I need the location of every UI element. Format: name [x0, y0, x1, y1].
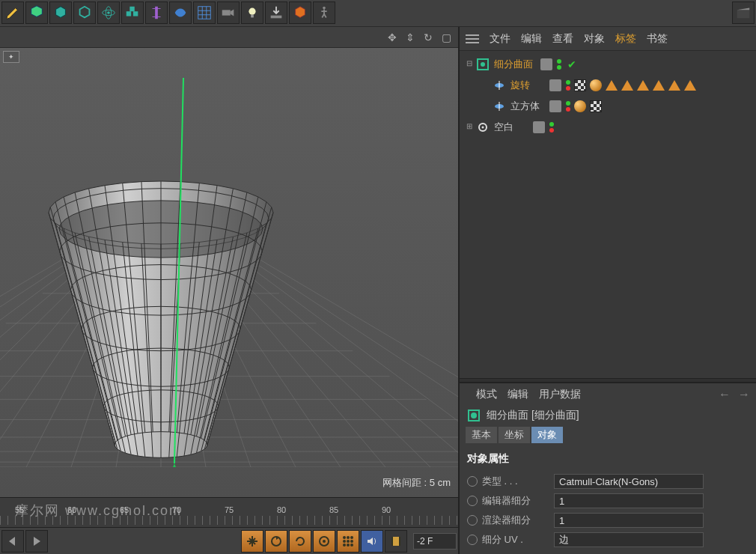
loop-icon[interactable] — [289, 530, 311, 553]
tag-tri-icon[interactable] — [684, 80, 696, 91]
om-menu-edit[interactable]: 编辑 — [521, 32, 542, 46]
tag-checker-icon[interactable] — [574, 79, 586, 91]
tree-label[interactable]: 旋转 — [507, 79, 545, 92]
tool-grid-icon[interactable] — [193, 1, 216, 24]
play-icon[interactable] — [25, 530, 48, 553]
prop-field[interactable] — [554, 474, 704, 489]
tab-coord[interactable]: 坐标 — [499, 427, 530, 443]
tree-label[interactable]: 立方体 — [507, 100, 545, 113]
tool-figure-icon[interactable] — [313, 1, 335, 24]
tool-cube-outline-icon[interactable] — [73, 1, 96, 24]
3d-viewport[interactable]: ✦ 网格间距 : 5 cm — [0, 48, 458, 497]
prop-label: 细分 UV . — [482, 533, 549, 547]
radio-icon[interactable] — [467, 496, 478, 506]
viewport-nav-bar: ✥ ⇕ ↻ ▢ — [0, 27, 458, 48]
layer-chip[interactable] — [549, 100, 561, 112]
visibility-dots[interactable] — [549, 122, 554, 133]
tool-atom-icon[interactable] — [97, 1, 120, 24]
property-row: 类型 . . . — [467, 472, 749, 491]
subdiv-icon — [467, 409, 481, 422]
rotate-tool-icon[interactable] — [265, 530, 287, 553]
prop-field[interactable] — [554, 532, 704, 547]
film-icon[interactable] — [385, 530, 407, 553]
tool-cube-orange-icon[interactable] — [289, 1, 311, 24]
prev-frame-icon[interactable] — [1, 530, 24, 553]
attr-tabs: 基本 坐标 对象 — [460, 425, 756, 445]
layer-chip[interactable] — [549, 79, 561, 91]
om-menu-tags[interactable]: 标签 — [615, 32, 636, 46]
move-tool-icon[interactable] — [241, 530, 263, 553]
nav-fwd-icon[interactable]: → — [738, 388, 750, 401]
tool-download-icon[interactable] — [265, 1, 287, 24]
om-menu-file[interactable]: 文件 — [490, 32, 510, 46]
tool-lens-icon[interactable] — [169, 1, 192, 24]
expando-icon[interactable] — [481, 80, 491, 91]
tag-tri-icon[interactable] — [637, 80, 649, 91]
om-menu-view[interactable]: 查看 — [552, 32, 573, 46]
viewport-move-icon[interactable]: ✥ — [385, 30, 400, 45]
om-menu-object[interactable]: 对象 — [584, 32, 605, 46]
svg-rect-4 — [133, 11, 138, 16]
viewport-frame-icon[interactable]: ▢ — [439, 30, 454, 45]
viewport-rotate-icon[interactable]: ↻ — [421, 30, 436, 45]
radio-icon[interactable] — [467, 535, 478, 545]
tag-tri-icon[interactable] — [606, 80, 618, 91]
visibility-dots[interactable] — [557, 59, 561, 70]
prop-field[interactable] — [554, 513, 704, 528]
prop-field[interactable] — [554, 493, 704, 508]
tag-ball-icon[interactable] — [574, 100, 586, 112]
tree-row[interactable]: ⊞空白 — [460, 117, 756, 138]
attr-menu-edit[interactable]: 编辑 — [507, 388, 528, 401]
tag-tri-icon[interactable] — [668, 80, 680, 91]
tree-label[interactable]: 空白 — [491, 121, 528, 134]
tag-tri-icon[interactable] — [653, 80, 665, 91]
layer-chip[interactable] — [533, 121, 545, 133]
camera-badge-icon[interactable]: ✦ — [3, 51, 19, 63]
svg-rect-8 — [222, 10, 231, 15]
tool-cube-teal-icon[interactable] — [49, 1, 72, 24]
attr-menu-userdata[interactable]: 用户数据 — [539, 388, 581, 401]
grid-dots-icon[interactable] — [337, 530, 359, 553]
radio-icon[interactable] — [467, 515, 478, 526]
tool-bulb-icon[interactable] — [241, 1, 263, 24]
expando-icon[interactable]: ⊞ — [464, 122, 475, 133]
om-menu-bookmarks[interactable]: 书签 — [647, 32, 668, 46]
svg-point-18 — [347, 536, 350, 539]
current-frame-field[interactable] — [413, 533, 457, 550]
svg-point-22 — [350, 540, 353, 543]
attr-menu-mode[interactable]: 模式 — [476, 388, 497, 401]
ruler-mark: 90 — [382, 505, 391, 514]
svg-point-16 — [323, 540, 326, 543]
tab-basic[interactable]: 基本 — [466, 427, 497, 443]
tool-cube-green-icon[interactable] — [25, 1, 48, 24]
visibility-dots[interactable] — [566, 101, 570, 112]
tag-tri-icon[interactable] — [621, 80, 633, 91]
hamburger-icon[interactable] — [466, 34, 479, 43]
tree-row[interactable]: 立方体 — [460, 96, 756, 117]
layer-chip[interactable] — [540, 58, 552, 70]
tool-clapper-icon[interactable] — [732, 1, 755, 24]
tree-label[interactable]: 细分曲面 — [491, 58, 536, 71]
svg-rect-7 — [198, 7, 211, 19]
expando-icon[interactable] — [481, 101, 491, 112]
tool-bar-icon[interactable] — [145, 1, 168, 24]
target-icon[interactable] — [313, 530, 335, 553]
tool-pen-icon[interactable] — [1, 1, 24, 24]
viewport-zoom-icon[interactable]: ⇕ — [403, 30, 418, 45]
svg-point-23 — [343, 544, 346, 547]
svg-rect-3 — [126, 11, 131, 16]
nav-back-icon[interactable]: ← — [719, 388, 731, 401]
expando-icon[interactable]: ⊟ — [464, 59, 475, 70]
subdiv-icon — [476, 58, 490, 71]
tab-object[interactable]: 对象 — [531, 427, 563, 443]
tool-cubes-icon[interactable] — [121, 1, 144, 24]
tree-row[interactable]: 旋转 — [460, 75, 756, 96]
tag-ball-icon[interactable] — [590, 79, 602, 91]
visibility-dots[interactable] — [566, 80, 570, 91]
tree-row[interactable]: ⊟细分曲面✔ — [460, 54, 756, 75]
tag-checker-icon[interactable] — [590, 100, 602, 112]
radio-icon[interactable] — [467, 476, 478, 487]
object-tree[interactable]: ⊟细分曲面✔旋转立方体⊞空白 — [460, 51, 756, 378]
tool-camera-icon[interactable] — [217, 1, 240, 24]
speaker-icon[interactable] — [361, 530, 383, 553]
